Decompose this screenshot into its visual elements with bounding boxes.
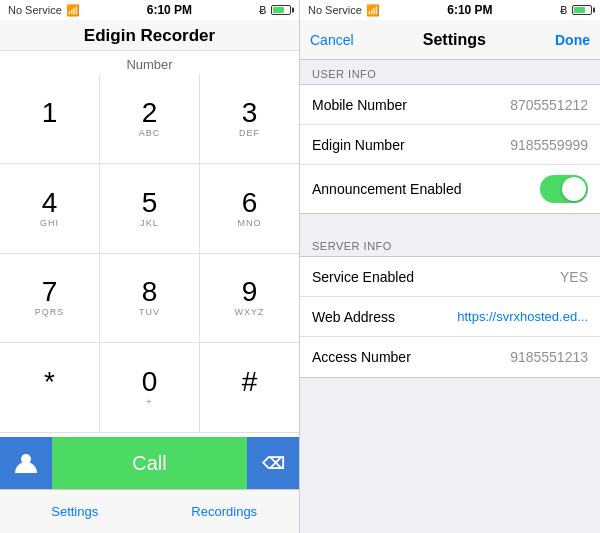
call-bar: Call ⌫: [0, 437, 299, 489]
letters-5: JKL: [140, 218, 159, 228]
user-info-group: Mobile Number 8705551212 Edigin Number 9…: [300, 84, 600, 214]
digit-4: 4: [42, 189, 58, 217]
call-label: Call: [132, 452, 166, 475]
edigin-number-value: 9185559999: [510, 137, 588, 153]
dial-key-3[interactable]: 3 DEF: [200, 74, 299, 164]
digit-9: 9: [242, 278, 258, 306]
app-title: Edigin Recorder: [84, 26, 215, 45]
left-status-bar: No Service 📶 6:10 PM Ƀ: [0, 0, 299, 20]
mobile-number-value: 8705551212: [510, 97, 588, 113]
dial-key-5[interactable]: 5 JKL: [100, 164, 200, 254]
right-status-right: Ƀ: [560, 4, 592, 17]
web-address-label: Web Address: [312, 309, 395, 325]
dial-row-1: 1 2 ABC 3 DEF: [0, 74, 299, 164]
person-icon: [13, 450, 39, 476]
web-address-value: https://svrxhosted.ed...: [457, 309, 588, 324]
right-panel: No Service 📶 6:10 PM Ƀ Cancel Settings D…: [300, 0, 600, 533]
tab-settings[interactable]: Settings: [0, 490, 150, 533]
done-button[interactable]: Done: [555, 32, 590, 48]
dial-key-star[interactable]: *: [0, 343, 100, 433]
cancel-button[interactable]: Cancel: [310, 32, 354, 48]
letters-9: WXYZ: [235, 307, 265, 317]
left-status-right: Ƀ: [259, 4, 291, 17]
left-title-bar: Edigin Recorder: [0, 20, 299, 51]
mobile-number-row: Mobile Number 8705551212: [300, 85, 600, 125]
dial-key-1[interactable]: 1: [0, 74, 100, 164]
settings-content: USER INFO Mobile Number 8705551212 Edigi…: [300, 60, 600, 533]
left-wifi-icon: 📶: [66, 4, 80, 17]
digit-7: 7: [42, 278, 58, 306]
digit-8: 8: [142, 278, 158, 306]
digit-hash: #: [242, 368, 258, 396]
right-bluetooth-icon: Ƀ: [560, 4, 568, 17]
right-battery-icon: [572, 5, 592, 15]
letters-1: [48, 128, 52, 138]
server-info-header: SERVER INFO: [300, 232, 600, 256]
announcement-label: Announcement Enabled: [312, 181, 461, 197]
dial-key-hash[interactable]: #: [200, 343, 299, 433]
access-number-value: 9185551213: [510, 349, 588, 365]
delete-button[interactable]: ⌫: [247, 437, 299, 489]
edigin-number-label: Edigin Number: [312, 137, 405, 153]
letters-star: [48, 397, 52, 407]
user-info-header: USER INFO: [300, 60, 600, 84]
edigin-number-row: Edigin Number 9185559999: [300, 125, 600, 165]
tab-recordings-label: Recordings: [191, 504, 257, 519]
service-enabled-value: YES: [560, 269, 588, 285]
right-status-bar: No Service 📶 6:10 PM Ƀ: [300, 0, 600, 20]
settings-title: Settings: [423, 31, 486, 49]
left-bluetooth-icon: Ƀ: [259, 4, 267, 17]
letters-4: GHI: [40, 218, 59, 228]
left-time: 6:10 PM: [147, 3, 192, 17]
digit-star: *: [44, 368, 55, 396]
dial-key-2[interactable]: 2 ABC: [100, 74, 200, 164]
left-tab-bar: Settings Recordings: [0, 489, 299, 533]
dial-row-3: 7 PQRS 8 TUV 9 WXYZ: [0, 254, 299, 344]
left-panel: No Service 📶 6:10 PM Ƀ Edigin Recorder N…: [0, 0, 300, 533]
call-button[interactable]: Call: [52, 437, 247, 489]
digit-1: 1: [42, 99, 58, 127]
mobile-number-label: Mobile Number: [312, 97, 407, 113]
digit-0: 0: [142, 368, 158, 396]
digit-2: 2: [142, 99, 158, 127]
dial-key-7[interactable]: 7 PQRS: [0, 254, 100, 344]
left-battery-icon: [271, 5, 291, 15]
access-number-label: Access Number: [312, 349, 411, 365]
letters-3: DEF: [239, 128, 260, 138]
letters-2: ABC: [139, 128, 161, 138]
dialpad: 1 2 ABC 3 DEF 4 GHI 5: [0, 74, 299, 437]
service-enabled-label: Service Enabled: [312, 269, 414, 285]
dial-row-4: * 0 + #: [0, 343, 299, 433]
right-time: 6:10 PM: [447, 3, 492, 17]
dial-key-9[interactable]: 9 WXYZ: [200, 254, 299, 344]
dial-key-4[interactable]: 4 GHI: [0, 164, 100, 254]
letters-6: MNO: [238, 218, 262, 228]
tab-recordings[interactable]: Recordings: [150, 490, 300, 533]
digit-6: 6: [242, 189, 258, 217]
delete-icon: ⌫: [262, 454, 285, 473]
right-no-service-text: No Service: [308, 4, 362, 16]
digit-3: 3: [242, 99, 258, 127]
letters-hash: [248, 397, 252, 407]
right-wifi-icon: 📶: [366, 4, 380, 17]
dial-key-6[interactable]: 6 MNO: [200, 164, 299, 254]
letters-0: +: [146, 397, 152, 407]
letters-8: TUV: [139, 307, 160, 317]
app-container: No Service 📶 6:10 PM Ƀ Edigin Recorder N…: [0, 0, 600, 533]
separator-1: [300, 214, 600, 232]
settings-nav-bar: Cancel Settings Done: [300, 20, 600, 60]
dial-row-2: 4 GHI 5 JKL 6 MNO: [0, 164, 299, 254]
web-address-row: Web Address https://svrxhosted.ed...: [300, 297, 600, 337]
dial-key-0[interactable]: 0 +: [100, 343, 200, 433]
contact-button[interactable]: [0, 437, 52, 489]
number-label: Number: [0, 51, 299, 74]
right-status-left: No Service 📶: [308, 4, 380, 17]
dial-key-8[interactable]: 8 TUV: [100, 254, 200, 344]
announcement-toggle[interactable]: [540, 175, 588, 203]
left-status-left: No Service 📶: [8, 4, 80, 17]
letters-7: PQRS: [35, 307, 65, 317]
left-no-service-text: No Service: [8, 4, 62, 16]
announcement-row: Announcement Enabled: [300, 165, 600, 213]
access-number-row: Access Number 9185551213: [300, 337, 600, 377]
digit-5: 5: [142, 189, 158, 217]
